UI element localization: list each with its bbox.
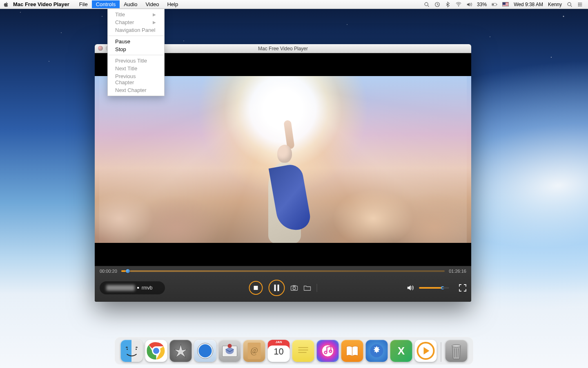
notification-center-icon[interactable] [577,2,583,7]
dock-app-green[interactable]: X [390,340,412,362]
app-name[interactable]: Mac Free Video Player [13,1,69,7]
open-folder-button[interactable] [304,284,311,292]
calendar-month: JAN [268,340,290,344]
dropdown-chapter[interactable]: Chapter▶ [108,18,164,26]
battery-percent: 33% [477,2,487,7]
svg-point-7 [568,2,571,6]
controls-dropdown: Title▶ Chapter▶ Navigation Panel Pause S… [107,9,165,96]
dock-finder[interactable] [121,340,143,362]
fullscreen-button[interactable] [459,284,466,292]
svg-point-39 [452,345,461,347]
dropdown-next-chapter[interactable]: Next Chapter [108,86,164,94]
fullscreen-icon [459,284,466,292]
volume-icon[interactable] [466,2,472,7]
svg-rect-20 [293,285,296,286]
camera-icon [291,284,298,292]
dock-contacts[interactable]: @ [243,340,265,362]
flag-icon[interactable] [502,2,509,7]
dropdown-stop[interactable]: Stop [108,45,164,53]
menubar: Mac Free Video Player File Controls Audi… [0,0,588,9]
svg-point-13 [578,4,579,4]
status-area: 33% Wed 9:38 AM Kenny [424,2,585,7]
dropdown-navigation-panel[interactable]: Navigation Panel [108,26,164,34]
svg-point-12 [578,2,579,3]
user-name[interactable]: Kenny [548,2,562,7]
wifi-icon[interactable] [456,2,461,7]
svg-line-1 [428,5,429,7]
dropdown-previous-title[interactable]: Previous Title [108,57,164,65]
filename-pill[interactable]: ■ rmvb [100,281,165,294]
svg-rect-16 [274,285,276,291]
dropdown-previous-chapter[interactable]: Previous Chapter [108,72,164,86]
dock: @ JAN 10 X [115,337,474,365]
dropdown-pause[interactable]: Pause [108,38,164,45]
dropdown-title[interactable]: Title▶ [108,11,164,18]
svg-point-30 [228,344,232,348]
svg-point-22 [136,349,137,350]
video-frame [95,76,471,243]
volume-thumb[interactable] [441,286,444,289]
dock-app-player[interactable] [415,340,437,362]
dock-calendar[interactable]: JAN 10 [268,340,290,362]
svg-rect-15 [254,286,258,290]
seek-thumb[interactable] [126,269,130,273]
datetime[interactable]: Wed 9:38 AM [514,2,543,7]
folder-icon [304,284,311,292]
timemachine-icon[interactable] [434,2,440,7]
svg-point-19 [293,287,295,289]
apple-icon[interactable] [3,2,9,7]
dock-trash[interactable] [445,340,468,362]
volume-slider[interactable] [419,287,442,289]
dropdown-separator [108,36,164,36]
svg-line-8 [571,5,572,7]
svg-rect-5 [492,4,494,5]
stop-button[interactable] [249,281,263,295]
pause-icon [274,285,280,291]
battery-icon[interactable] [492,2,497,7]
dock-ibooks[interactable] [341,340,363,362]
svg-text:@: @ [250,346,258,355]
menu-file[interactable]: File [75,0,92,8]
window-title: Mac Free Video Player [258,46,308,52]
dropdown-next-title[interactable]: Next Title [108,65,164,72]
file-extension: rmvb [142,285,153,291]
svg-rect-6 [497,4,497,4]
magnify-icon[interactable] [424,2,430,7]
dock-chrome[interactable] [145,340,167,362]
snapshot-button[interactable] [291,284,298,292]
letterbox-bottom [95,243,471,266]
svg-point-29 [226,348,234,354]
dock-notes[interactable] [292,340,314,362]
player-controls: 00:00:20 01:26:16 ■ rmvb [95,266,471,302]
dock-mail[interactable] [219,340,241,362]
dock-separator [441,342,441,362]
spotlight-icon[interactable] [567,2,572,7]
bluetooth-icon[interactable] [445,2,451,7]
dropdown-separator [108,55,164,55]
dock-appstore[interactable] [366,340,388,362]
close-button[interactable] [98,46,103,51]
svg-point-3 [458,6,459,7]
pause-button[interactable] [269,280,285,296]
filename-blurred [106,285,135,291]
svg-point-27 [199,344,212,357]
menu-help[interactable]: Help [163,0,182,8]
menu-controls[interactable]: Controls [92,0,120,8]
dock-safari[interactable] [194,340,216,362]
volume-button[interactable] [407,284,414,292]
divider [317,284,317,292]
menu-audio[interactable]: Audio [120,0,141,8]
speaker-icon [407,284,414,292]
menu-video[interactable]: Video [141,0,163,8]
dock-itunes[interactable] [317,340,339,362]
stop-icon [254,285,258,290]
svg-point-0 [425,2,428,6]
current-time: 00:00:20 [100,269,117,274]
seek-bar[interactable] [121,270,445,272]
svg-rect-17 [278,285,279,291]
dock-launchpad[interactable] [170,340,192,362]
calendar-day: 10 [268,346,290,357]
total-time: 01:26:16 [449,269,466,274]
svg-point-21 [127,349,128,350]
svg-point-14 [578,5,579,6]
